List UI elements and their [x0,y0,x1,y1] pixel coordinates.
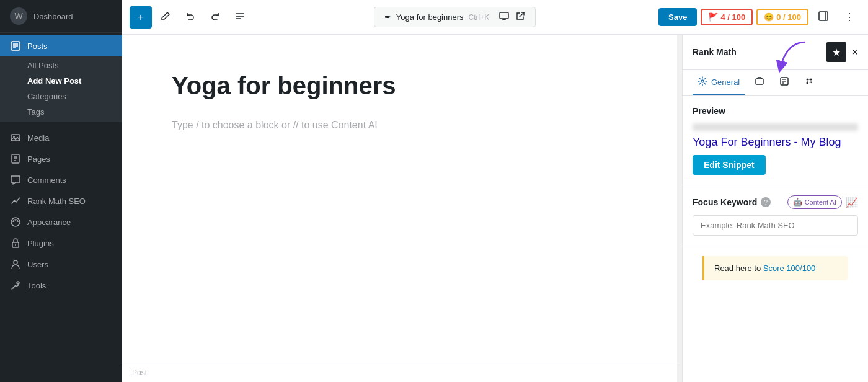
seo-score-value: 4 / 100 [720,12,745,22]
svg-point-10 [11,218,20,226]
sidebar-subitem-categories[interactable]: Categories [0,89,122,104]
edit-mode-button[interactable] [154,6,177,29]
rank-math-label: Rank Math SEO [27,197,86,206]
svg-point-25 [701,80,704,82]
sidebar-subitem-all-posts[interactable]: All Posts [0,58,122,73]
more-options-button[interactable]: ⋮ [838,6,861,29]
sidebar-item-users[interactable]: Users [0,254,122,275]
sidebar-logo[interactable]: W Dashboard [0,0,122,33]
options-icon [804,76,814,88]
svg-rect-23 [819,12,828,20]
preview-link[interactable]: Yoga For Beginners - My Blog [693,136,858,149]
comments-icon [10,174,21,185]
svg-rect-4 [11,135,20,141]
posts-subitems: All Posts Add New Post Categories Tags [0,56,122,122]
sidebar-item-plugins[interactable]: Plugins [0,233,122,254]
list-view-button[interactable] [229,6,251,29]
focus-keyword-input[interactable] [693,215,858,236]
plugins-icon [10,238,21,249]
svg-line-22 [520,12,524,17]
sidebar-toggle-button[interactable] [812,6,835,29]
rank-math-icon [10,195,21,207]
undo-button[interactable] [179,6,202,29]
sidebar-section-other: Media Pages Comments Rank Math SEO Appea… [0,125,122,298]
ai-icon: 🤖 [793,198,802,207]
appearance-icon [10,216,21,228]
save-button[interactable]: Save [658,8,697,26]
svg-point-31 [807,79,808,81]
dashboard-label: Dashboard [33,12,73,21]
seo-flag-icon: 🚩 [708,12,718,22]
editor-scrollbar[interactable] [677,35,682,382]
sidebar-item-comments[interactable]: Comments [0,169,122,190]
sidebar-item-posts[interactable]: Posts [0,35,122,56]
editor-container: Yoga for beginners Type / to choose a bl… [122,35,868,382]
tab-options[interactable] [799,70,819,96]
score-info-section: Read here to Score 100/100 [702,256,848,280]
help-icon[interactable]: ? [761,197,771,207]
editor-placeholder[interactable]: Type / to choose a block or // to use Co… [172,120,627,131]
schema-icon [779,76,789,88]
sidebar-icon [818,11,829,24]
keyboard-shortcut: Ctrl+K [469,13,490,22]
seo-score-badge[interactable]: 🚩 4 / 100 [701,9,753,25]
ellipsis-icon: ⋮ [844,11,854,23]
advanced-icon [755,76,764,88]
panel-title: Rank Math [693,47,737,57]
panel-close-button[interactable]: × [851,46,858,59]
tools-label: Tools [27,281,46,290]
focus-keyword-header: Focus Keyword ? 🤖 Content AI 📈 [693,195,858,209]
score-info-link[interactable]: Score 100/100 [763,264,816,273]
toolbar-right: Save 🚩 4 / 100 😊 0 / 100 ⋮ [658,6,861,29]
users-label: Users [27,260,48,269]
quill-icon: ✒ [384,12,391,22]
plugins-label: Plugins [27,239,54,248]
sidebar-item-appearance[interactable]: Appearance [0,211,122,233]
redo-button[interactable] [204,6,226,29]
pages-icon [10,153,21,164]
tab-general-label: General [711,78,740,87]
post-title-display[interactable]: ✒ Yoga for beginners Ctrl+K [374,7,536,27]
tab-advanced[interactable] [750,70,769,96]
score-info-text: Read here to [714,264,763,273]
sidebar-item-pages[interactable]: Pages [0,148,122,169]
panel-header-actions: ★ × [826,42,858,62]
pages-label: Pages [27,154,50,164]
general-settings-icon [698,76,707,88]
wp-logo-icon: W [10,7,27,25]
list-view-icon [235,11,245,24]
sidebar-item-tools[interactable]: Tools [0,275,122,296]
editor-main[interactable]: Yoga for beginners Type / to choose a bl… [122,35,677,363]
right-panel: Rank Math ★ × General [682,35,868,382]
post-type-label: Post [132,368,147,377]
preview-section-title: Preview [693,106,858,116]
toolbar-title-area: ✒ Yoga for beginners Ctrl+K [254,7,656,27]
readability-face-icon: 😊 [764,12,774,22]
content-ai-button[interactable]: 🤖 Content AI [787,195,842,209]
svg-point-32 [810,79,812,81]
sidebar-subitem-tags[interactable]: Tags [0,104,122,120]
main-area: + ✒ Yoga for beginners Ctr [122,0,868,382]
trend-button[interactable]: 📈 [846,197,858,208]
panel-star-button[interactable]: ★ [826,42,846,62]
tab-schema[interactable] [774,70,794,96]
readability-score-value: 0 / 100 [776,12,801,22]
add-block-button[interactable]: + [130,6,152,29]
sidebar-item-rank-math-seo[interactable]: Rank Math SEO [0,190,122,211]
top-toolbar: + ✒ Yoga for beginners Ctr [122,0,868,35]
edit-snippet-button[interactable]: Edit Snippet [693,155,766,175]
svg-rect-26 [756,79,763,84]
sidebar: W Dashboard Posts All Posts Add New Post… [0,0,122,382]
sidebar-item-media[interactable]: Media [0,127,122,148]
svg-point-33 [807,82,808,84]
content-ai-label: Content AI [805,198,836,206]
tab-general[interactable]: General [693,70,745,96]
monitor-icon [499,11,509,23]
redo-icon [210,11,220,24]
posts-label: Posts [27,42,48,51]
sidebar-subitem-add-new-post[interactable]: Add New Post [0,73,122,89]
readability-score-badge[interactable]: 😊 0 / 100 [756,9,808,25]
appearance-label: Appearance [27,218,71,227]
post-title[interactable]: Yoga for beginners [172,72,627,100]
users-icon [10,259,21,270]
